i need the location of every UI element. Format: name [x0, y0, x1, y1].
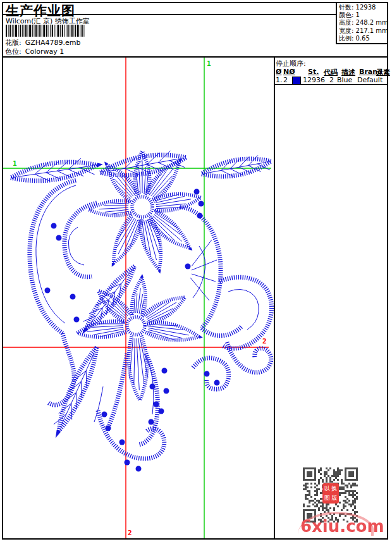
pattern-row: 花版:GZHA4789.emb — [5, 38, 81, 47]
col-header-no: NØ — [283, 68, 295, 76]
start-marker-top: 1 — [207, 59, 211, 68]
embroidery-design: 1 1 2 2 — [3, 58, 274, 538]
stat-width: 宽度: 217.1 mm — [339, 27, 387, 35]
row-description: Blue — [337, 76, 352, 84]
pattern-label: 花版: — [5, 39, 21, 47]
end-marker-bottom: 2 — [128, 529, 132, 537]
seal-char: 换 — [331, 485, 338, 493]
stat-height: 高度: 248.2 mm — [339, 19, 387, 27]
watermark-site: 6xiu.com — [300, 517, 383, 536]
start-marker-left: 1 — [13, 159, 17, 168]
barcode — [5, 25, 103, 37]
worksheet-header: 生产作业图 Wilcom(汇 京) 绣饰工作室 花版:GZHA4789.emb … — [3, 3, 387, 58]
row-stitches: 12936 — [303, 76, 325, 84]
stat-scale: 比例: 0.65 — [339, 35, 387, 42]
page-title: 生产作业图 — [6, 3, 75, 18]
stop-sequence-title: 停止顺序: — [276, 59, 306, 68]
col-header-hash: Ø — [276, 68, 281, 76]
red-seal: 以 换 图 版 — [322, 483, 339, 504]
row-index: 1. — [276, 76, 283, 84]
design-stats-box: 针数: 12938 颜色: 1 高度: 248.2 mm 宽度: 217.1 m… — [336, 3, 387, 44]
stop-sequence-panel: 停止顺序: Ø NØ St. 代码 描述 Brand 元素 1. 2 12936… — [275, 58, 387, 538]
colorway-row: 色位:Colorway 1 — [5, 47, 64, 56]
seal-char: 以 — [324, 485, 331, 493]
stat-stitches: 针数: 12938 — [339, 4, 387, 11]
pattern-filename: GZHA4789.emb — [25, 39, 81, 47]
colorway-label: 色位: — [5, 47, 21, 56]
row-no: 2 — [283, 76, 288, 84]
seal-char: 版 — [331, 494, 338, 503]
table-bottom-rule — [275, 84, 387, 85]
stitch-layer — [11, 151, 272, 472]
worksheet-body: 1 1 2 2 停止顺序: Ø NØ St. 代码 描述 Brand 元素 1.… — [3, 58, 387, 538]
end-marker-right: 2 — [262, 337, 267, 345]
row-code: 2 — [329, 76, 334, 84]
row-brand: Default — [357, 76, 383, 84]
design-area: 1 1 2 2 — [3, 58, 275, 538]
seal-char: 图 — [324, 494, 331, 503]
col-header-st: St. — [308, 68, 319, 76]
worksheet-frame: 生产作业图 Wilcom(汇 京) 绣饰工作室 花版:GZHA4789.emb … — [2, 2, 388, 540]
stat-colors: 颜色: 1 — [339, 11, 387, 19]
colorway-value: Colorway 1 — [25, 47, 64, 56]
